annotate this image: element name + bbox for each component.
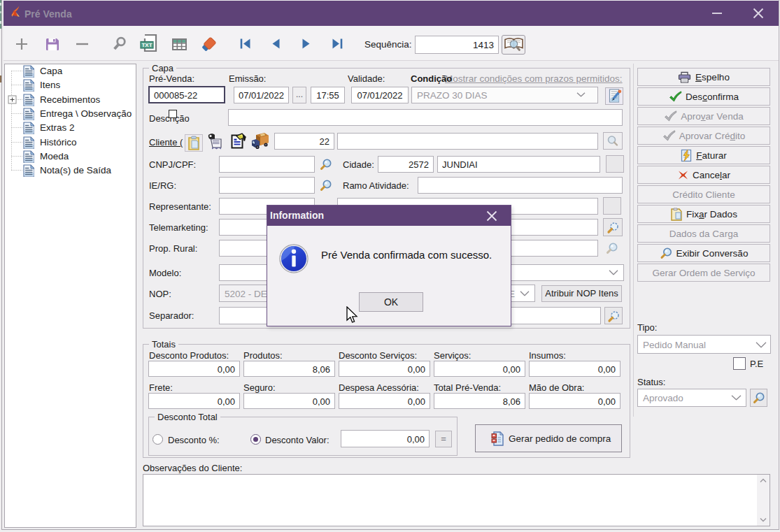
svg-text:TXT: TXT (141, 42, 152, 48)
